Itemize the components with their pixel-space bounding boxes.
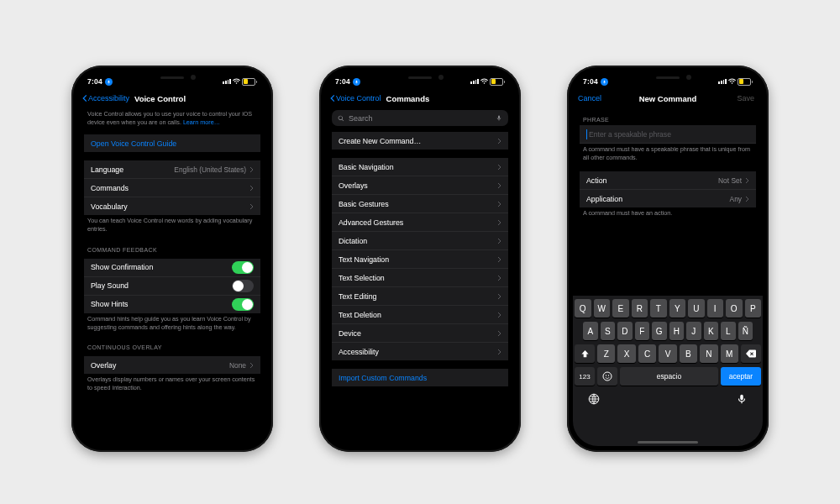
hints-note: Command hints help guide you as you lear… bbox=[84, 313, 260, 336]
action-note: A command must have an action. bbox=[580, 207, 756, 223]
globe-key[interactable] bbox=[588, 393, 600, 407]
show-hints-row[interactable]: Show Hints bbox=[84, 296, 260, 313]
application-row[interactable]: Application Any bbox=[580, 190, 756, 207]
back-button[interactable]: Voice Control bbox=[330, 94, 381, 102]
key[interactable]: P bbox=[745, 299, 762, 318]
status-time: 7:04 bbox=[87, 77, 102, 86]
category-row[interactable]: Basic Navigation bbox=[332, 158, 508, 176]
overlay-note: Overlays display numbers or names over y… bbox=[84, 374, 260, 396]
globe-icon bbox=[588, 393, 600, 405]
key[interactable]: E bbox=[612, 299, 629, 318]
backspace-key[interactable] bbox=[741, 344, 761, 363]
svg-point-0 bbox=[603, 372, 612, 381]
category-row[interactable]: Text Deletion bbox=[332, 306, 508, 324]
language-row[interactable]: Language English (United States) bbox=[84, 160, 260, 179]
key[interactable]: J bbox=[686, 322, 701, 340]
back-label: Accessibility bbox=[88, 94, 129, 102]
page-title: Commands bbox=[386, 94, 430, 103]
commands-row[interactable]: Commands bbox=[84, 179, 260, 197]
vocabulary-row[interactable]: Vocabulary bbox=[84, 197, 260, 215]
device-notch bbox=[378, 71, 462, 86]
cellular-icon bbox=[223, 79, 230, 84]
dictation-key[interactable] bbox=[736, 393, 748, 407]
voice-control-indicator-icon bbox=[105, 78, 113, 86]
key[interactable]: W bbox=[594, 299, 611, 318]
key[interactable]: V bbox=[659, 344, 676, 363]
key[interactable]: Q bbox=[575, 299, 591, 318]
key[interactable]: D bbox=[617, 322, 633, 340]
shift-icon bbox=[580, 349, 590, 359]
microphone-icon[interactable] bbox=[496, 113, 502, 123]
space-key[interactable]: espacio bbox=[620, 367, 718, 386]
svg-point-2 bbox=[608, 375, 609, 375]
keyboard[interactable]: Q W E R T Y U I O P A S D F G H bbox=[573, 296, 763, 446]
key[interactable]: B bbox=[680, 344, 697, 363]
voice-control-indicator-icon bbox=[353, 78, 360, 86]
show-confirmation-row[interactable]: Show Confirmation bbox=[84, 259, 260, 277]
show-confirmation-toggle[interactable] bbox=[232, 261, 254, 274]
numbers-key[interactable]: 123 bbox=[575, 367, 595, 386]
key[interactable]: S bbox=[601, 322, 616, 340]
return-key[interactable]: aceptar bbox=[721, 367, 761, 386]
key[interactable]: Ñ bbox=[738, 322, 753, 340]
key[interactable]: R bbox=[632, 299, 648, 318]
category-row[interactable]: Basic Gestures bbox=[332, 195, 508, 213]
play-sound-row[interactable]: Play Sound bbox=[84, 277, 260, 296]
key[interactable]: T bbox=[650, 299, 667, 318]
key[interactable]: M bbox=[721, 344, 738, 363]
search-placeholder: Search bbox=[349, 114, 491, 123]
key[interactable]: N bbox=[700, 344, 717, 363]
section-header-phrase: PHRASE bbox=[580, 108, 756, 125]
phone-commands-list: 7:04 Voice Control Commands bbox=[319, 66, 521, 452]
key[interactable]: L bbox=[721, 322, 736, 340]
key[interactable]: A bbox=[583, 322, 598, 340]
key[interactable]: U bbox=[688, 299, 705, 318]
phrase-note: A command must have a speakable phrase t… bbox=[580, 144, 756, 166]
open-guide-row[interactable]: Open Voice Control Guide bbox=[84, 134, 260, 152]
back-button[interactable]: Accessibility bbox=[82, 94, 129, 102]
key[interactable]: O bbox=[726, 299, 743, 318]
section-header-feedback: COMMAND FEEDBACK bbox=[84, 239, 260, 255]
cancel-button[interactable]: Cancel bbox=[578, 94, 601, 102]
key[interactable]: I bbox=[707, 299, 724, 318]
action-row[interactable]: Action Not Set bbox=[580, 171, 756, 190]
category-row[interactable]: Device bbox=[332, 324, 508, 343]
overlay-row[interactable]: Overlay None bbox=[84, 356, 260, 374]
category-row[interactable]: Text Selection bbox=[332, 269, 508, 287]
phone-new-command: 7:04 Cancel New Command Save PHRASE bbox=[567, 66, 769, 452]
key[interactable]: H bbox=[669, 322, 685, 340]
play-sound-toggle[interactable] bbox=[232, 280, 254, 292]
create-new-command-row[interactable]: Create New Command… bbox=[332, 132, 508, 150]
key[interactable]: X bbox=[617, 344, 635, 363]
import-custom-commands-row[interactable]: Import Custom Commands bbox=[332, 369, 508, 386]
battery-icon bbox=[490, 78, 505, 86]
learn-more-link[interactable]: Learn more… bbox=[183, 118, 220, 126]
search-field[interactable]: Search bbox=[332, 110, 508, 126]
status-time: 7:04 bbox=[335, 77, 350, 86]
category-row[interactable]: Accessibility bbox=[332, 343, 508, 360]
category-row[interactable]: Overlays bbox=[332, 176, 508, 195]
key[interactable]: Z bbox=[597, 344, 615, 363]
key[interactable]: Y bbox=[669, 299, 686, 318]
key[interactable]: C bbox=[638, 344, 656, 363]
emoji-key[interactable] bbox=[597, 367, 617, 386]
phrase-input[interactable]: Enter a speakable phrase bbox=[580, 125, 756, 144]
category-row[interactable]: Text Navigation bbox=[332, 250, 508, 269]
show-hints-toggle[interactable] bbox=[232, 298, 254, 311]
key[interactable]: G bbox=[652, 322, 667, 340]
category-row[interactable]: Text Editing bbox=[332, 287, 508, 306]
shift-key[interactable] bbox=[575, 344, 595, 363]
category-row[interactable]: Dictation bbox=[332, 232, 508, 250]
nav-bar: Accessibility Voice Control bbox=[77, 90, 267, 107]
key[interactable]: K bbox=[704, 322, 719, 340]
page-title: Voice Control bbox=[134, 94, 186, 103]
battery-icon bbox=[738, 78, 753, 86]
command-categories: Basic Navigation Overlays Basic Gestures… bbox=[332, 158, 508, 360]
key[interactable]: F bbox=[635, 322, 650, 340]
category-row[interactable]: Advanced Gestures bbox=[332, 213, 508, 232]
wifi-icon bbox=[233, 78, 240, 86]
battery-icon bbox=[242, 78, 257, 86]
phrase-placeholder: Enter a speakable phrase bbox=[589, 130, 671, 139]
save-button[interactable]: Save bbox=[737, 94, 754, 102]
home-indicator[interactable] bbox=[638, 441, 698, 444]
